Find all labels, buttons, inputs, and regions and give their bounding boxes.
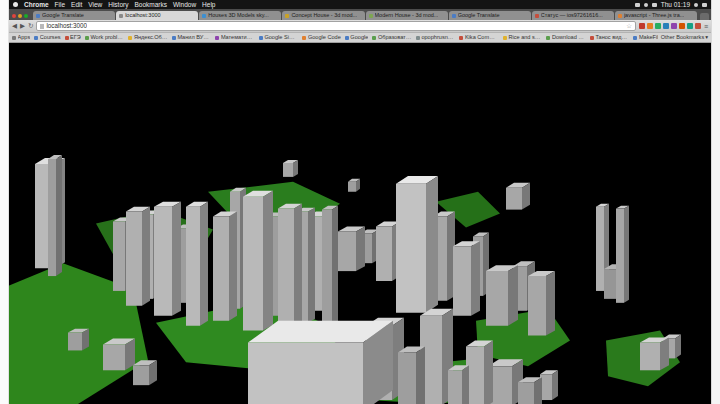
close-window-button[interactable] bbox=[12, 14, 16, 18]
other-bookmarks-button[interactable]: Other Bookmarks ▾ bbox=[661, 33, 708, 42]
chrome-menu-icon[interactable]: ≡ bbox=[704, 23, 708, 30]
bookmark-favicon bbox=[633, 36, 637, 40]
bookmark-yandex-edu[interactable]: Яндекс.Образов... bbox=[128, 33, 168, 42]
input-language-icon[interactable] bbox=[652, 3, 657, 7]
spotlight-icon[interactable] bbox=[694, 3, 698, 7]
extension-icon[interactable] bbox=[655, 23, 661, 29]
extension-icon[interactable] bbox=[687, 23, 693, 29]
bookmark-kika-commerce[interactable]: Kika Commerce C... bbox=[459, 33, 499, 42]
tab-favicon bbox=[618, 14, 622, 18]
menu-history[interactable]: History bbox=[108, 0, 128, 9]
tab-title: Google Translate bbox=[458, 11, 500, 20]
bookmark-ege[interactable]: ЕГЭ bbox=[65, 33, 81, 42]
menu-view[interactable]: View bbox=[88, 0, 102, 9]
menu-bookmarks[interactable]: Bookmarks bbox=[134, 0, 167, 9]
zoom-window-button[interactable] bbox=[24, 14, 28, 18]
bookmark-label: MakeFile, как и з... bbox=[639, 33, 658, 42]
tab-favicon bbox=[36, 14, 40, 18]
tab-favicon bbox=[369, 14, 373, 18]
bookmark-label: Kika Commerce C... bbox=[465, 33, 499, 42]
tab-title: Concept House - 3d mod... bbox=[291, 11, 357, 20]
menu-file[interactable]: File bbox=[55, 0, 65, 9]
letterbox-right bbox=[711, 0, 720, 404]
extension-icon[interactable] bbox=[639, 23, 645, 29]
tab-houses-3d-models[interactable]: Houses 3D Models sky... bbox=[199, 11, 281, 20]
browser-toolbar: ◀ ▶ ↻ localhost:3000 ☆ ≡ bbox=[8, 20, 712, 33]
bookmark-apps[interactable]: Apps bbox=[12, 33, 30, 42]
tab-favicon bbox=[285, 14, 289, 18]
back-icon[interactable]: ◀ bbox=[12, 22, 17, 30]
url-text[interactable]: localhost:3000 bbox=[46, 22, 87, 30]
bookmark-label: Математика / Вс... bbox=[221, 33, 255, 42]
tab-localhost-active[interactable]: localhost:3000 bbox=[116, 11, 198, 20]
bookmark-opophrusnos[interactable]: opophrusnos.com bbox=[416, 33, 456, 42]
bookmark-edu[interactable]: Образовательны... bbox=[372, 33, 412, 42]
new-tab-button[interactable] bbox=[700, 13, 709, 20]
battery-icon[interactable] bbox=[635, 3, 640, 7]
apple-icon[interactable] bbox=[13, 2, 18, 7]
tab-concept-house[interactable]: Concept House - 3d mod... bbox=[282, 11, 364, 20]
bookmark-google-similar[interactable]: Google Similar bbox=[259, 33, 299, 42]
bookmark-label: opophrusnos.com bbox=[421, 33, 455, 42]
bookmark-label: Work problems bbox=[90, 33, 124, 42]
bookmark-work-problems[interactable]: Work problems bbox=[85, 33, 125, 42]
tab-title: javascript - Three.js tra... bbox=[624, 11, 684, 20]
bookmark-google[interactable]: Google bbox=[345, 33, 369, 42]
bookmark-label: Google Similar bbox=[264, 33, 298, 42]
notification-center-icon[interactable] bbox=[702, 3, 707, 7]
menu-status-area: Thu 01:19 bbox=[635, 0, 707, 9]
bookmark-favicon bbox=[259, 36, 263, 40]
bookmark-favicon bbox=[12, 36, 16, 40]
bookmark-google-code[interactable]: Google Code bbox=[302, 33, 340, 42]
tab-google-translate-2[interactable]: Google Translate bbox=[449, 11, 531, 20]
extension-icon[interactable] bbox=[695, 23, 701, 29]
extension-icon[interactable] bbox=[671, 23, 677, 29]
window-controls bbox=[12, 14, 28, 18]
reload-icon[interactable]: ↻ bbox=[28, 22, 33, 30]
bookmark-tanos-video[interactable]: Танос видео, кр... bbox=[590, 33, 630, 42]
forward-icon[interactable]: ▶ bbox=[20, 22, 25, 30]
bookmark-courses[interactable]: Courses bbox=[34, 33, 60, 42]
bookmark-favicon bbox=[345, 36, 349, 40]
bookmark-favicon bbox=[416, 36, 420, 40]
bookmark-favicon bbox=[302, 36, 306, 40]
menu-edit[interactable]: Edit bbox=[71, 0, 82, 9]
tab-status[interactable]: Статус — ios97261616... bbox=[532, 11, 614, 20]
tab-title: Modern House - 3d mod... bbox=[375, 11, 439, 20]
letterbox-left bbox=[0, 0, 9, 404]
threejs-city-canvas[interactable] bbox=[8, 43, 712, 404]
tab-google-translate-1[interactable]: Google Translate bbox=[33, 11, 115, 20]
bookmark-label: Манил ВУЗ — М... bbox=[177, 33, 211, 42]
tab-title: Статус — ios97261616... bbox=[541, 11, 603, 20]
bookmark-star-icon[interactable]: ☆ bbox=[626, 22, 632, 30]
bookmark-label: Rice and shine -... bbox=[508, 33, 542, 42]
bookmark-favicon bbox=[34, 36, 38, 40]
menu-clock[interactable]: Thu 01:19 bbox=[661, 0, 690, 9]
chevron-down-icon: ▾ bbox=[705, 33, 708, 42]
extension-icon[interactable] bbox=[663, 23, 669, 29]
bookmark-label: Google bbox=[350, 33, 368, 42]
tab-modern-house[interactable]: Modern House - 3d mod... bbox=[366, 11, 448, 20]
menu-help[interactable]: Help bbox=[202, 0, 215, 9]
menu-window[interactable]: Window bbox=[173, 0, 196, 9]
bookmark-makefile[interactable]: MakeFile, как и з... bbox=[633, 33, 657, 42]
bookmark-favicon bbox=[372, 36, 376, 40]
menu-app-name[interactable]: Chrome bbox=[24, 0, 49, 9]
bookmark-label: ЕГЭ bbox=[70, 33, 81, 42]
bookmark-math[interactable]: Математика / Вс... bbox=[215, 33, 255, 42]
bookmark-label: Courses bbox=[40, 33, 61, 42]
minimize-window-button[interactable] bbox=[18, 14, 22, 18]
extension-icon[interactable] bbox=[647, 23, 653, 29]
extension-icon[interactable] bbox=[679, 23, 685, 29]
tab-title: Houses 3D Models sky... bbox=[208, 11, 268, 20]
bookmark-favicon bbox=[546, 36, 550, 40]
address-bar[interactable]: localhost:3000 ☆ bbox=[36, 21, 635, 31]
bookmark-vuz[interactable]: Манил ВУЗ — М... bbox=[172, 33, 212, 42]
tab-stackoverflow-threejs[interactable]: javascript - Three.js tra... bbox=[615, 11, 697, 20]
other-bookmarks-label: Other Bookmarks bbox=[661, 33, 705, 42]
wifi-icon[interactable] bbox=[644, 3, 648, 7]
page-icon bbox=[40, 24, 44, 29]
bookmark-rice-and-shine[interactable]: Rice and shine -... bbox=[503, 33, 543, 42]
bookmark-download-video[interactable]: Download video fr... bbox=[546, 33, 586, 42]
page-content bbox=[8, 43, 712, 404]
